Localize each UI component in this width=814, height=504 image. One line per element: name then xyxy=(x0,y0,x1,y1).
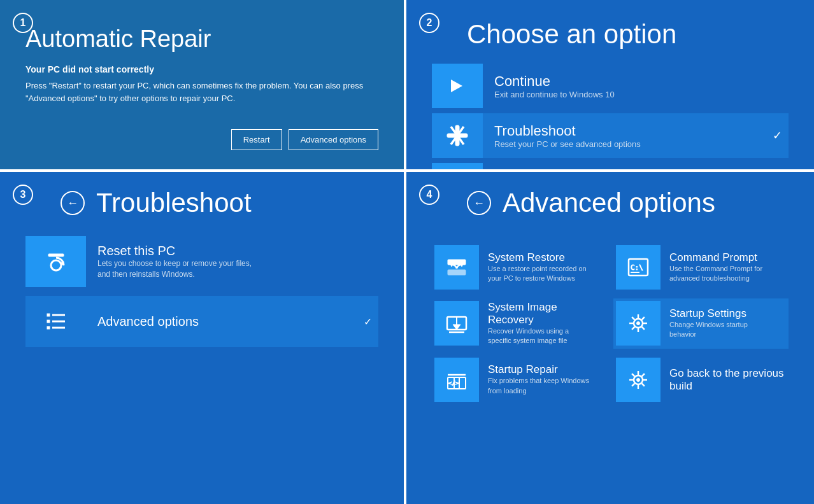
advanced-options-text-3: Advanced options xyxy=(97,314,199,329)
svg-line-38 xyxy=(632,327,634,330)
step-badge-2: 2 xyxy=(419,13,439,33)
system-image-recovery-text: System Image Recovery Recover Windows us… xyxy=(488,301,604,346)
panel-advanced-options: 4 ← Advanced options System Restore Use … xyxy=(406,172,814,504)
restore-icon xyxy=(445,256,468,279)
image-recovery-icon xyxy=(445,312,468,335)
go-back-text: Go back to the previous build xyxy=(669,367,786,393)
advanced-options-grid: System Restore Use a restore point recor… xyxy=(432,242,789,405)
system-image-recovery-title: System Image Recovery xyxy=(488,301,604,326)
tools-icon xyxy=(446,124,469,147)
svg-text:C:\: C:\ xyxy=(631,263,643,272)
back-button-4[interactable]: ← xyxy=(467,191,491,215)
continue-desc: Exit and continue to Windows 10 xyxy=(494,90,615,99)
svg-rect-14 xyxy=(47,326,50,329)
reset-pc-item[interactable]: Reset this PC Lets you choose to keep or… xyxy=(25,236,378,287)
repair-icon-box: </> xyxy=(434,358,479,402)
cmd-icon-box: C:\ xyxy=(616,245,660,290)
svg-point-45 xyxy=(637,378,640,381)
option-troubleshoot[interactable]: Troubleshoot Reset your PC or see advanc… xyxy=(432,113,789,158)
svg-line-36 xyxy=(642,327,645,330)
troubleshoot-desc: Reset your PC or see advanced options xyxy=(494,139,641,149)
step-badge-1: 1 xyxy=(13,13,33,33)
panel-troubleshoot: 3 ← Troubleshoot Reset this PC Lets you … xyxy=(0,172,406,504)
panel1-subtitle: Your PC did not start correctly xyxy=(25,64,378,74)
command-prompt-item[interactable]: C:\ Command Prompt Use the Command Promp… xyxy=(613,242,789,292)
checklist-icon xyxy=(42,307,70,335)
svg-rect-41 xyxy=(459,377,466,389)
system-image-recovery-desc: Recover Windows using a specific system … xyxy=(488,326,590,346)
panel-choose-option: 2 Choose an option Continue Exit and con… xyxy=(406,0,814,172)
troubleshoot-text: Troubleshoot Reset your PC or see advanc… xyxy=(494,123,641,149)
svg-rect-18 xyxy=(448,270,466,275)
image-recovery-icon-box xyxy=(434,301,479,346)
restart-button[interactable]: Restart xyxy=(231,129,282,150)
panel2-title: Choose an option xyxy=(467,19,789,50)
continue-icon-box xyxy=(432,64,483,108)
step-badge-4: 4 xyxy=(419,185,439,205)
svg-line-53 xyxy=(632,383,634,386)
restore-icon-box xyxy=(434,245,479,290)
reset-pc-text: Reset this PC Lets you choose to keep or… xyxy=(97,244,263,280)
svg-rect-11 xyxy=(48,254,64,256)
repair-icon: </> xyxy=(445,368,468,391)
go-back-title: Go back to the previous build xyxy=(669,367,786,393)
reset-pc-desc: Lets you choose to keep or remove your f… xyxy=(97,258,263,280)
svg-rect-13 xyxy=(47,320,50,323)
system-restore-text: System Restore Use a restore point recor… xyxy=(488,251,590,284)
build-icon xyxy=(627,368,650,391)
step-badge-3: 3 xyxy=(13,185,33,205)
startup-settings-text: Startup Settings Change Windows startup … xyxy=(669,307,771,340)
system-restore-item[interactable]: System Restore Use a restore point recor… xyxy=(432,242,607,292)
go-back-item[interactable]: Go back to the previous build xyxy=(613,355,789,405)
cmd-icon: C:\ xyxy=(627,256,650,279)
checklist-icon-box xyxy=(25,296,86,347)
startup-repair-desc: Fix problems that keep Windows from load… xyxy=(488,376,590,396)
build-icon-box xyxy=(616,358,660,402)
continue-text: Continue Exit and continue to Windows 10 xyxy=(494,73,615,99)
troubleshoot-icon-box xyxy=(432,113,483,158)
svg-marker-0 xyxy=(451,80,462,92)
panel3-title: Troubleshoot xyxy=(96,188,252,218)
cursor-3: ✓ xyxy=(364,316,372,328)
continue-title: Continue xyxy=(494,73,615,90)
panel4-title: Advanced options xyxy=(503,188,715,218)
advanced-options-item[interactable]: Advanced options ✓ xyxy=(25,296,378,347)
advanced-options-button-1[interactable]: Advanced options xyxy=(289,129,378,150)
startup-settings-icon-box xyxy=(616,301,660,346)
startup-settings-icon xyxy=(627,312,650,335)
back-button-3[interactable]: ← xyxy=(61,191,85,215)
command-prompt-desc: Use the Command Prompt for advanced trou… xyxy=(669,264,771,284)
system-image-recovery-item[interactable]: System Image Recovery Recover Windows us… xyxy=(432,298,607,349)
reset-icon-box xyxy=(25,236,86,287)
svg-line-37 xyxy=(642,317,645,319)
startup-repair-text: Startup Repair Fix problems that keep Wi… xyxy=(488,363,590,396)
svg-line-50 xyxy=(632,374,634,376)
cursor-indicator: ✓ xyxy=(773,129,782,143)
power-icon-box xyxy=(432,163,483,172)
panel1-title: Automatic Repair xyxy=(25,25,378,53)
system-restore-title: System Restore xyxy=(488,251,590,264)
svg-line-51 xyxy=(642,383,645,386)
option-turn-off[interactable]: Turn off your PC xyxy=(432,163,789,172)
advanced-options-title-3: Advanced options xyxy=(97,314,199,329)
command-prompt-text: Command Prompt Use the Command Prompt fo… xyxy=(669,251,771,284)
startup-repair-item[interactable]: </> Startup Repair Fix problems that kee… xyxy=(432,355,607,405)
svg-line-52 xyxy=(642,374,645,376)
svg-point-9 xyxy=(51,260,61,270)
command-prompt-title: Command Prompt xyxy=(669,251,771,264)
svg-text:</>: </> xyxy=(448,380,459,386)
panel-automatic-repair: 1 Automatic Repair Your PC did not start… xyxy=(0,0,406,172)
reset-pc-title: Reset this PC xyxy=(97,244,263,258)
reset-icon xyxy=(42,248,70,276)
troubleshoot-title: Troubleshoot xyxy=(494,123,641,139)
startup-settings-desc: Change Windows startup behavior xyxy=(669,320,771,340)
panel1-buttons: Restart Advanced options xyxy=(25,129,378,150)
option-continue[interactable]: Continue Exit and continue to Windows 10 xyxy=(432,64,789,108)
svg-point-30 xyxy=(637,322,640,325)
startup-settings-title: Startup Settings xyxy=(669,307,771,320)
startup-repair-title: Startup Repair xyxy=(488,363,590,376)
startup-settings-item[interactable]: Startup Settings Change Windows startup … xyxy=(613,298,789,349)
panel1-description: Press "Restart" to restart your PC, whic… xyxy=(25,80,378,104)
svg-rect-12 xyxy=(47,314,50,316)
arrow-right-icon xyxy=(446,74,469,97)
